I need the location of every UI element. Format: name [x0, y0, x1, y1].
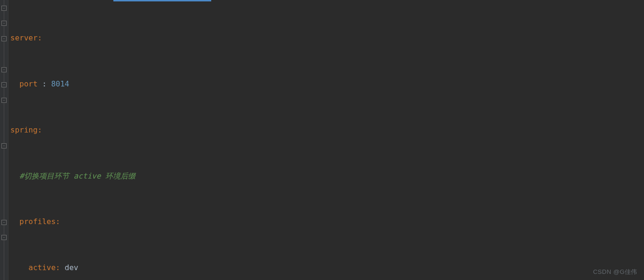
code-editor: - - - - - - - - - server: port : 8014 sp… — [0, 0, 644, 280]
comment-text: 环境后缀 — [101, 171, 135, 180]
comment-text: #切换项目环节 — [19, 171, 73, 180]
fold-toggle-line6[interactable]: - — [1, 82, 7, 87]
yaml-key: port — [19, 79, 38, 88]
watermark: CSDN @G佳伟 — [593, 268, 637, 276]
fold-toggle-line2[interactable]: - — [1, 21, 7, 26]
code-area[interactable]: server: port : 8014 spring: #切换项目环节 acti… — [8, 0, 644, 280]
yaml-key: spring — [10, 125, 38, 134]
fold-toggle-line3[interactable]: - — [1, 36, 7, 41]
yaml-value-number: 8014 — [51, 79, 70, 88]
separator: : — [38, 79, 51, 88]
yaml-value: dev — [65, 263, 79, 272]
fold-toggle-line14[interactable]: - — [1, 220, 7, 225]
colon: : — [38, 33, 42, 42]
colon: : — [38, 125, 42, 134]
code-line: #切换项目环节 active 环境后缀 — [10, 169, 642, 184]
yaml-comment: #切换项目环节 active 环境后缀 — [19, 171, 135, 180]
gutter: - - - - - - - - - — [0, 0, 8, 280]
code-line: server: — [10, 31, 642, 46]
yaml-key: active — [29, 263, 56, 272]
fold-toggle-line1[interactable]: - — [1, 6, 7, 11]
code-line: spring: — [10, 123, 642, 138]
fold-toggle-line5[interactable]: - — [1, 67, 7, 72]
code-line: port : 8014 — [10, 77, 642, 92]
code-line: active: dev — [10, 260, 642, 276]
fold-toggle-line15[interactable]: - — [1, 235, 7, 240]
yaml-key: profiles — [19, 217, 56, 226]
yaml-key: server — [10, 33, 38, 42]
colon: : — [56, 263, 64, 272]
fold-toggle-line7[interactable]: - — [1, 98, 7, 103]
code-line: profiles: — [10, 214, 642, 230]
fold-toggle-line10[interactable]: - — [1, 143, 7, 148]
comment-emph: active — [74, 171, 101, 180]
colon: : — [56, 217, 60, 226]
